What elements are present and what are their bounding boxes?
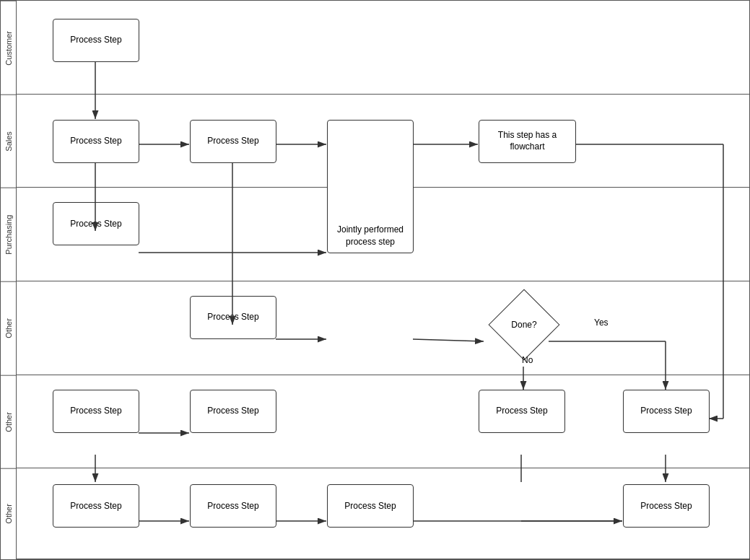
lane-label-customer: Customer <box>1 1 16 95</box>
sales-step2: Process Step <box>190 120 276 163</box>
lanes-content: Process Step Process Step Process Step T… <box>17 1 749 559</box>
other3-step1: Process Step <box>53 484 139 528</box>
lane-purchasing: Process Step Jointly performed process s… <box>17 188 749 281</box>
lane-other1: Process Step Done? Yes <box>17 281 749 375</box>
lane-label-other1: Other <box>1 281 16 375</box>
lane-other3: Process Step Process Step Process Step P… <box>17 468 749 559</box>
other3-step4: Process Step <box>623 484 710 528</box>
lane-labels: Customer Sales Purchasing Other Other Ot… <box>1 1 17 559</box>
lane-label-sales: Sales <box>1 95 16 188</box>
other2-step4: Process Step <box>623 390 710 433</box>
jointly-label: Jointly performed process step <box>327 224 414 248</box>
purchasing-step1: Process Step <box>53 202 139 245</box>
sales-step1: Process Step <box>53 120 139 163</box>
diagram-container: Customer Sales Purchasing Other Other Ot… <box>0 0 750 560</box>
other2-step1: Process Step <box>53 390 139 433</box>
customer-step1: Process Step <box>53 19 139 62</box>
lane-label-other2: Other <box>1 375 16 469</box>
yes-label: Yes <box>594 318 609 328</box>
other3-step3: Process Step <box>327 484 414 528</box>
lane-sales: Process Step Process Step This step has … <box>17 95 749 188</box>
other2-step2: Process Step <box>190 390 276 433</box>
lane-other2: Process Step Process Step Process Step P… <box>17 375 749 469</box>
lane-label-purchasing: Purchasing <box>1 188 16 281</box>
diamond-label: Done? <box>484 303 564 346</box>
no-label: No <box>522 355 533 365</box>
other2-step3: Process Step <box>479 390 565 433</box>
other3-step2: Process Step <box>190 484 276 528</box>
lane-label-other3: Other <box>1 468 16 559</box>
other1-step1: Process Step <box>190 296 276 339</box>
sales-step4: This step has a flowchart <box>479 120 576 163</box>
lane-customer: Process Step <box>17 1 749 95</box>
